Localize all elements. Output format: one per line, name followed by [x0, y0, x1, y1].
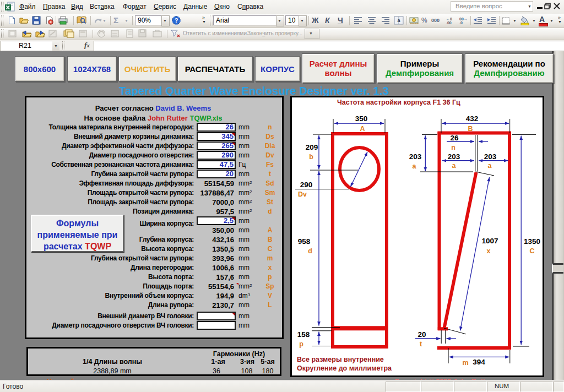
svg-text:B: B [468, 125, 473, 133]
svg-text:a: a [413, 162, 417, 170]
svg-text:A: A [360, 125, 365, 133]
svg-text:Округление до миллиметра: Округление до миллиметра [297, 364, 392, 372]
svg-text:p: p [299, 340, 303, 348]
svg-text:209: 209 [306, 143, 318, 151]
svg-text:Все размеры внутренние: Все размеры внутренние [297, 356, 384, 363]
svg-text:203: 203 [409, 153, 422, 161]
svg-text:26: 26 [450, 134, 459, 142]
svg-text:158: 158 [297, 330, 310, 339]
svg-text:x: x [487, 247, 491, 255]
svg-text:432: 432 [466, 115, 479, 123]
svg-text:b: b [309, 153, 313, 161]
svg-text:a: a [488, 162, 492, 170]
svg-text:.00: .00 [446, 21, 452, 25]
svg-text:350: 350 [355, 115, 368, 123]
svg-text:958: 958 [298, 237, 311, 246]
svg-text:1350: 1350 [524, 237, 540, 246]
svg-text:?: ? [175, 17, 178, 24]
svg-text:394: 394 [473, 358, 485, 366]
svg-text:m: m [462, 359, 468, 367]
svg-text:a: a [452, 162, 457, 170]
svg-text:.0: .0 [459, 21, 463, 25]
svg-text:1007: 1007 [481, 237, 498, 245]
svg-text:n: n [451, 144, 455, 151]
svg-text:←0: ←0 [446, 17, 452, 21]
svg-text:20: 20 [417, 330, 426, 339]
svg-text:Частота настройки корпуса F1: Частота настройки корпуса F1 36 Гц [337, 99, 460, 106]
svg-text:d: d [308, 247, 312, 255]
svg-text:203: 203 [484, 153, 497, 161]
svg-text:00→: 00→ [459, 17, 468, 21]
svg-text:t: t [420, 340, 422, 348]
svg-text:Dv: Dv [298, 190, 307, 198]
svg-text:C: C [529, 247, 534, 255]
svg-text:290: 290 [300, 181, 313, 189]
svg-text:203: 203 [448, 153, 460, 161]
